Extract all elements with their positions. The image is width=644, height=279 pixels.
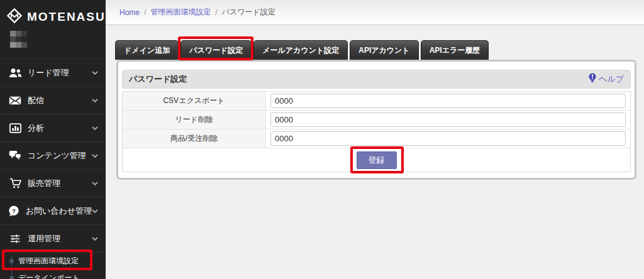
cart-icon <box>8 178 22 189</box>
bar-chart-icon <box>8 123 22 133</box>
tab-api-account[interactable]: APIアカウント <box>350 40 418 60</box>
product-order-delete-password-input[interactable] <box>270 131 626 146</box>
chevron-down-icon <box>92 126 98 130</box>
tab-bar: ドメイン追加 パスワード設定 メールアカウント設定 APIアカウント APIエラ… <box>115 40 644 60</box>
chat-icon <box>8 150 22 161</box>
sidebar-item-operation-management[interactable]: 運用管理 <box>0 224 106 252</box>
sidebar-item-sales-management[interactable]: 販売管理 <box>0 169 106 197</box>
question-bubble-icon: ? <box>8 205 20 217</box>
sliders-icon <box>8 234 22 244</box>
sidebar-item-inquiry-management[interactable]: ? お問い合わせ管理 <box>0 197 106 224</box>
help-label: ヘルプ <box>599 74 624 85</box>
sidebar-item-distribution[interactable]: 配信 <box>0 86 106 114</box>
chevron-down-icon <box>92 154 98 158</box>
tab-api-error-history[interactable]: APIエラー履歴 <box>421 40 489 60</box>
svg-text:?: ? <box>12 207 16 214</box>
form-row-product-order-delete: 商品/受注削除 <box>123 129 630 148</box>
bullet-icon <box>9 259 14 263</box>
sidebar-subitem-data-import[interactable]: データインポート <box>0 270 106 279</box>
sidebar-item-analysis[interactable]: 分析 <box>0 114 106 141</box>
help-link[interactable]: ヘルプ <box>589 73 624 85</box>
lead-delete-password-input[interactable] <box>270 112 626 127</box>
sidebar-item-content-management[interactable]: コンテンツ管理 <box>0 141 106 169</box>
csv-export-password-input[interactable] <box>270 94 626 108</box>
form-row-csv-export: CSVエクスポート <box>123 92 630 111</box>
password-settings-panel: パスワード設定 ヘルプ CSV <box>116 60 636 180</box>
help-bulb-icon <box>589 73 596 85</box>
breadcrumb-admin-env-link[interactable]: 管理画面環境設定 <box>150 7 211 18</box>
app-logo[interactable]: MOTENASU <box>0 0 106 26</box>
chevron-down-icon <box>92 209 98 213</box>
sidebar-item-lead-management[interactable]: リード管理 <box>0 58 106 86</box>
mail-icon <box>8 96 22 106</box>
chevron-down-icon <box>92 237 98 241</box>
bullet-icon <box>9 276 14 279</box>
form-row-lead-delete: リード削除 <box>123 111 630 129</box>
panel-header: パスワード設定 ヘルプ <box>122 70 631 89</box>
tab-mail-account-settings[interactable]: メールアカウント設定 <box>253 40 348 60</box>
content-area: ドメイン追加 パスワード設定 メールアカウント設定 APIアカウント APIエラ… <box>106 25 644 279</box>
password-settings-form: CSVエクスポート リード削除 商品/受注削除 <box>122 91 631 172</box>
breadcrumb-current-page: パスワード設定 <box>222 7 275 18</box>
main-area: Home / 管理画面環境設定 / パスワード設定 ドメイン追加 パスワード設定… <box>106 0 644 279</box>
breadcrumb: Home / 管理画面環境設定 / パスワード設定 <box>106 0 644 25</box>
tab-domain-add[interactable]: ドメイン追加 <box>115 40 179 60</box>
sidebar-nav: リード管理 配信 <box>0 58 106 279</box>
sidebar-subnav: 管理画面環境設定 データインポート <box>0 252 106 279</box>
chevron-down-icon <box>92 71 98 75</box>
tab-password-settings[interactable]: パスワード設定 <box>180 40 252 60</box>
sidebar-subitem-admin-env-settings[interactable]: 管理画面環境設定 <box>0 253 106 270</box>
blurred-user-info <box>10 31 27 48</box>
app-title: MOTENASU <box>27 10 106 24</box>
register-button[interactable]: 登録 <box>357 151 397 169</box>
chevron-down-icon <box>92 182 98 185</box>
submit-row: 登録 <box>123 148 630 172</box>
panel-title: パスワード設定 <box>129 74 187 85</box>
motenasu-diamond-icon <box>7 8 22 26</box>
breadcrumb-home-link[interactable]: Home <box>119 8 140 17</box>
chevron-down-icon <box>92 99 98 102</box>
sidebar: MOTENASU リード管理 <box>0 0 106 279</box>
users-icon <box>8 68 22 78</box>
